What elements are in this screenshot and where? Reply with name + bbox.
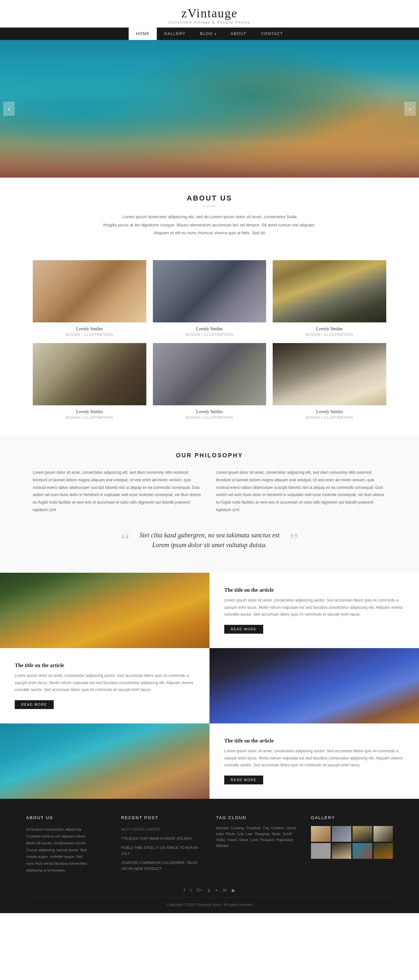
gallery-item-title-1: Lovely Smiles: [33, 326, 146, 332]
about-title: ABOUT US: [65, 194, 354, 207]
footer-thumb-6[interactable]: [332, 843, 352, 859]
read-more-button-1[interactable]: READ MORE: [224, 625, 263, 634]
footer-tags-col: TAG CLOUD Animals Cooking Creativity Cit…: [216, 815, 298, 875]
tag-city[interactable]: City: [263, 826, 269, 830]
article-title-2: The title on the article: [15, 662, 195, 668]
philosophy-col2: Lorem ipsum dolor sit amet, consectetur …: [216, 469, 386, 514]
nav-contact[interactable]: CONTACT: [254, 27, 290, 40]
tag-video[interactable]: Video: [216, 838, 225, 842]
footer-tag-cloud: Animals Cooking Creativity City Children…: [216, 826, 298, 848]
nav-gallery[interactable]: GALLERY: [157, 27, 193, 40]
gallery-item-title-2: Lovely Smiles: [153, 326, 267, 332]
nav-home[interactable]: HOME: [129, 27, 157, 40]
philosophy-title: OUR PHILOSOPHY: [33, 452, 386, 459]
article-row-1: The title on the article Lorem ipsum dol…: [0, 573, 419, 648]
article-image-1: [0, 573, 210, 648]
gallery-item-5[interactable]: Lovely Smiles DESIGN / ILLUSTRATIONS: [153, 343, 267, 419]
tag-creativity[interactable]: Creativity: [246, 826, 261, 830]
footer-social: f t G+ p v in ▶: [26, 888, 393, 893]
footer-recent-link-2[interactable]: POBLE TIME STEEL IT ON TRACK TO RUN IN J…: [121, 846, 198, 856]
gallery-image-4: [33, 343, 146, 405]
footer-recent-link-1[interactable]: 7 PLACES THAT MAKE A GREAT HOLIDAY: [121, 837, 192, 840]
tag-stone[interactable]: Stone: [239, 838, 248, 842]
philosophy-section: OUR PHILOSOPHY Lorem ipsum dolor sit ame…: [0, 436, 419, 573]
tag-cooking[interactable]: Cooking: [231, 826, 244, 830]
footer-thumb-3[interactable]: [352, 826, 372, 842]
gallery-grid: Lovely Smiles DESIGN / ILLUSTRATIONS Lov…: [33, 260, 386, 419]
gallery-item-2[interactable]: Lovely Smiles DESIGN / ILLUSTRATIONS: [153, 260, 267, 337]
read-more-button-3[interactable]: READ MORE: [224, 776, 263, 784]
hero-section: ‹ ›: [0, 40, 419, 178]
article-row-3: The title on the article Lorem ipsum dol…: [0, 724, 419, 799]
footer-thumb-1[interactable]: [311, 826, 331, 842]
footer-gallery-title: GALLERY: [311, 815, 393, 820]
main-nav: HOME GALLERY BLOG ABOUT CONTACT: [0, 27, 419, 40]
tag-travel[interactable]: Travel: [227, 838, 237, 842]
tag-schiff[interactable]: Schiff: [283, 832, 292, 836]
tag-passport[interactable]: Passport: [260, 838, 274, 842]
footer-about-title: ABOUT US: [26, 815, 108, 820]
quote-text: Stet clita kasd gubergren, no sea takima…: [140, 530, 279, 550]
tag-wishlist[interactable]: Wishlist: [216, 844, 229, 848]
footer-recent-link-3[interactable]: STARTER COMPANION COLORDBER: TALKS ON HI…: [121, 861, 197, 870]
gallery-item-sub-6: DESIGN / ILLUSTRATIONS: [273, 416, 386, 419]
quote-open: “: [121, 530, 130, 550]
nav-blog[interactable]: BLOG: [193, 27, 223, 40]
article-image-2: [210, 648, 419, 724]
blog-dot: [214, 33, 216, 35]
footer-recent-tag: MOST VISITED CONTRIB...: [121, 826, 203, 832]
article-text-1: Lorem ipsum dolor sit amet, consectetur …: [224, 597, 404, 618]
gallery-item-1[interactable]: Lovely Smiles DESIGN / ILLUSTRATIONS: [33, 260, 146, 337]
gallery-item-sub-4: DESIGN / ILLUSTRATIONS: [33, 416, 146, 419]
footer-thumb-4[interactable]: [373, 826, 393, 842]
social-facebook[interactable]: f: [184, 888, 185, 893]
tag-link[interactable]: Link: [237, 832, 244, 836]
tag-children[interactable]: Children: [271, 826, 284, 830]
footer-recent-list: MOST VISITED CONTRIB... 7 PLACES THAT MA…: [121, 826, 203, 871]
tag-love[interactable]: Love: [251, 838, 258, 842]
social-twitter[interactable]: t: [190, 888, 192, 893]
article-row-2: The title on the article Lorem ipsum dol…: [0, 648, 419, 724]
footer-thumb-7[interactable]: [352, 843, 372, 859]
tag-home[interactable]: Home: [286, 826, 296, 830]
articles-section: The title on the article Lorem ipsum dol…: [0, 573, 419, 799]
tag-skate[interactable]: Skate: [271, 832, 281, 836]
tag-lake[interactable]: Lake: [216, 832, 224, 836]
gallery-item-title-5: Lovely Smiles: [153, 409, 267, 414]
tag-animals[interactable]: Animals: [216, 826, 229, 830]
social-pinterest[interactable]: p: [208, 888, 210, 893]
philosophy-columns: Lorem ipsum dolor sit amet, consectetur …: [33, 469, 386, 514]
about-text: Lorem ipsum dosecetur adipiscing elit, s…: [65, 213, 354, 237]
gallery-item-4[interactable]: Lovely Smiles DESIGN / ILLUSTRATIONS: [33, 343, 146, 419]
philosophy-col1: Lorem ipsum dolor sit amet, consectetur …: [33, 469, 203, 514]
social-youtube[interactable]: ▶: [232, 888, 235, 893]
gallery-item-sub-1: DESIGN / ILLUSTRATIONS: [33, 333, 146, 337]
article-content-2: The title on the article Lorem ipsum dol…: [0, 648, 210, 724]
nav-about[interactable]: ABOUT: [223, 27, 254, 40]
gallery-item-title-6: Lovely Smiles: [273, 409, 386, 414]
footer-tags-title: TAG CLOUD: [216, 815, 298, 820]
read-more-button-2[interactable]: READ MORE: [15, 700, 54, 709]
about-section: ABOUT US Lorem ipsum dosecetur adipiscin…: [0, 178, 419, 254]
hero-prev-button[interactable]: ‹: [3, 102, 15, 116]
gallery-item-6[interactable]: Lovely Smiles DESIGN / ILLUSTRATIONS: [273, 343, 386, 419]
article-title-1: The title on the article: [224, 587, 404, 593]
tag-shopping[interactable]: Shopping: [254, 832, 270, 836]
footer-copyright: Copyright © 2025 Company Name. All right…: [26, 897, 393, 907]
hero-next-button[interactable]: ›: [404, 102, 416, 116]
article-content-1: The title on the article Lorem ipsum dol…: [210, 573, 419, 648]
gallery-item-sub-2: DESIGN / ILLUSTRATIONS: [153, 333, 267, 337]
footer-thumb-2[interactable]: [332, 826, 352, 842]
tag-photo[interactable]: Photo: [226, 832, 235, 836]
footer-thumb-8[interactable]: [373, 843, 393, 859]
tag-law[interactable]: Law: [246, 832, 252, 836]
site-logo: zVintauge: [0, 6, 419, 20]
site-tagline: Collectible Vintage & Antique Photos: [0, 20, 419, 24]
gallery-item-3[interactable]: Lovely Smiles DESIGN / ILLUSTRATIONS: [273, 260, 386, 337]
social-googleplus[interactable]: G+: [197, 888, 203, 893]
footer-thumb-5[interactable]: [311, 843, 331, 859]
footer-about-text: Ut tincipunt consectetur adipiscing.Cura…: [26, 826, 108, 874]
social-vimeo[interactable]: v: [215, 888, 218, 893]
tag-pagination[interactable]: Pagination: [276, 838, 293, 842]
social-linkedin[interactable]: in: [223, 888, 227, 893]
